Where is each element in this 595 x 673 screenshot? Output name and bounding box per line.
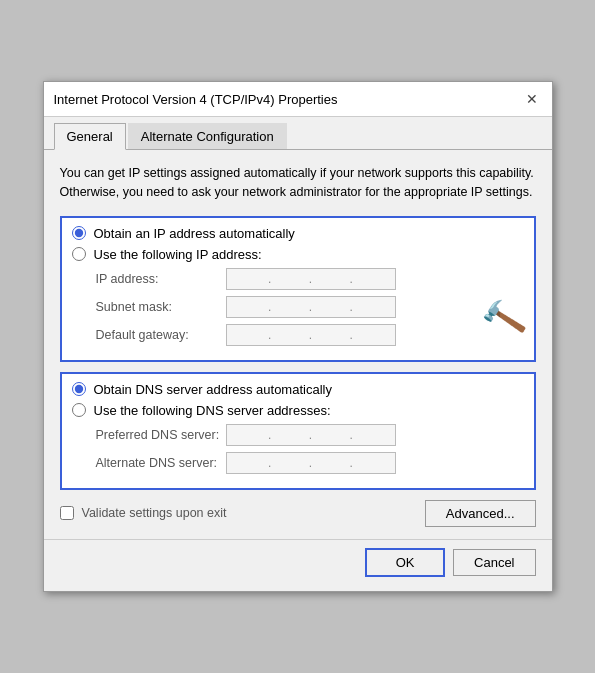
ip-address-field[interactable]: . . . <box>226 268 396 290</box>
dns-auto-radio[interactable] <box>72 382 86 396</box>
pdns-dot2: . <box>309 428 312 442</box>
gateway-dot2: . <box>309 328 312 342</box>
ip-address-label: IP address: <box>96 272 226 286</box>
advanced-button[interactable]: Advanced... <box>425 500 536 527</box>
dns-manual-label[interactable]: Use the following DNS server addresses: <box>94 403 331 418</box>
preferred-dns-row: Preferred DNS server: . . . <box>72 424 524 446</box>
main-content: 🔨 You can get IP settings assigned autom… <box>44 150 552 539</box>
pdns-seg3[interactable] <box>316 428 346 442</box>
preferred-dns-label: Preferred DNS server: <box>96 428 226 442</box>
alternate-dns-field[interactable]: . . . <box>226 452 396 474</box>
close-button[interactable]: ✕ <box>522 90 542 108</box>
gateway-seg4[interactable] <box>357 328 387 342</box>
validate-checkbox[interactable] <box>60 506 74 520</box>
alternate-dns-label: Alternate DNS server: <box>96 456 226 470</box>
tab-alternate-config[interactable]: Alternate Configuration <box>128 123 287 149</box>
ip-auto-label[interactable]: Obtain an IP address automatically <box>94 226 295 241</box>
adns-seg1[interactable] <box>234 456 264 470</box>
window-title: Internet Protocol Version 4 (TCP/IPv4) P… <box>54 92 338 107</box>
adns-seg4[interactable] <box>357 456 387 470</box>
ip-auto-radio-row[interactable]: Obtain an IP address automatically <box>72 226 524 241</box>
default-gateway-row: Default gateway: . . . <box>72 324 524 346</box>
subnet-mask-field[interactable]: . . . <box>226 296 396 318</box>
validate-label[interactable]: Validate settings upon exit <box>82 506 227 520</box>
subnet-seg3[interactable] <box>316 300 346 314</box>
button-bar: OK Cancel <box>44 539 552 591</box>
preferred-dns-field[interactable]: . . . <box>226 424 396 446</box>
adns-dot2: . <box>309 456 312 470</box>
pdns-dot1: . <box>268 428 271 442</box>
pdns-seg2[interactable] <box>275 428 305 442</box>
ip-manual-radio-row[interactable]: Use the following IP address: <box>72 247 524 262</box>
dns-manual-radio-row[interactable]: Use the following DNS server addresses: <box>72 403 524 418</box>
gateway-seg1[interactable] <box>234 328 264 342</box>
dialog-window: Internet Protocol Version 4 (TCP/IPv4) P… <box>43 81 553 592</box>
ok-button[interactable]: OK <box>365 548 445 577</box>
ip-section: Obtain an IP address automatically Use t… <box>60 216 536 362</box>
ip-seg2[interactable] <box>275 272 305 286</box>
dns-manual-radio[interactable] <box>72 403 86 417</box>
ip-seg4[interactable] <box>357 272 387 286</box>
pdns-seg1[interactable] <box>234 428 264 442</box>
ip-manual-radio[interactable] <box>72 247 86 261</box>
ip-dot3: . <box>350 272 353 286</box>
subnet-mask-label: Subnet mask: <box>96 300 226 314</box>
gateway-seg3[interactable] <box>316 328 346 342</box>
ip-dot1: . <box>268 272 271 286</box>
subnet-seg4[interactable] <box>357 300 387 314</box>
cancel-button[interactable]: Cancel <box>453 549 535 576</box>
alternate-dns-row: Alternate DNS server: . . . <box>72 452 524 474</box>
subnet-mask-row: Subnet mask: . . . <box>72 296 524 318</box>
default-gateway-label: Default gateway: <box>96 328 226 342</box>
subnet-dot2: . <box>309 300 312 314</box>
subnet-dot1: . <box>268 300 271 314</box>
adns-dot3: . <box>350 456 353 470</box>
gateway-dot1: . <box>268 328 271 342</box>
adns-dot1: . <box>268 456 271 470</box>
subnet-seg2[interactable] <box>275 300 305 314</box>
ip-auto-radio[interactable] <box>72 226 86 240</box>
validate-checkbox-row: Validate settings upon exit <box>60 506 227 520</box>
adns-seg2[interactable] <box>275 456 305 470</box>
pdns-dot3: . <box>350 428 353 442</box>
tab-general[interactable]: General <box>54 123 126 150</box>
bottom-controls: Validate settings upon exit Advanced... <box>60 500 536 527</box>
dns-auto-label[interactable]: Obtain DNS server address automatically <box>94 382 332 397</box>
pdns-seg4[interactable] <box>357 428 387 442</box>
ip-dot2: . <box>309 272 312 286</box>
tab-bar: General Alternate Configuration <box>44 117 552 150</box>
gateway-seg2[interactable] <box>275 328 305 342</box>
subnet-seg1[interactable] <box>234 300 264 314</box>
gateway-dot3: . <box>350 328 353 342</box>
dns-section: Obtain DNS server address automatically … <box>60 372 536 490</box>
subnet-dot3: . <box>350 300 353 314</box>
adns-seg3[interactable] <box>316 456 346 470</box>
ip-seg3[interactable] <box>316 272 346 286</box>
ip-manual-label[interactable]: Use the following IP address: <box>94 247 262 262</box>
dns-auto-radio-row[interactable]: Obtain DNS server address automatically <box>72 382 524 397</box>
title-bar: Internet Protocol Version 4 (TCP/IPv4) P… <box>44 82 552 117</box>
ip-address-row: IP address: . . . <box>72 268 524 290</box>
description-text: You can get IP settings assigned automat… <box>60 164 536 202</box>
ip-seg1[interactable] <box>234 272 264 286</box>
default-gateway-field[interactable]: . . . <box>226 324 396 346</box>
